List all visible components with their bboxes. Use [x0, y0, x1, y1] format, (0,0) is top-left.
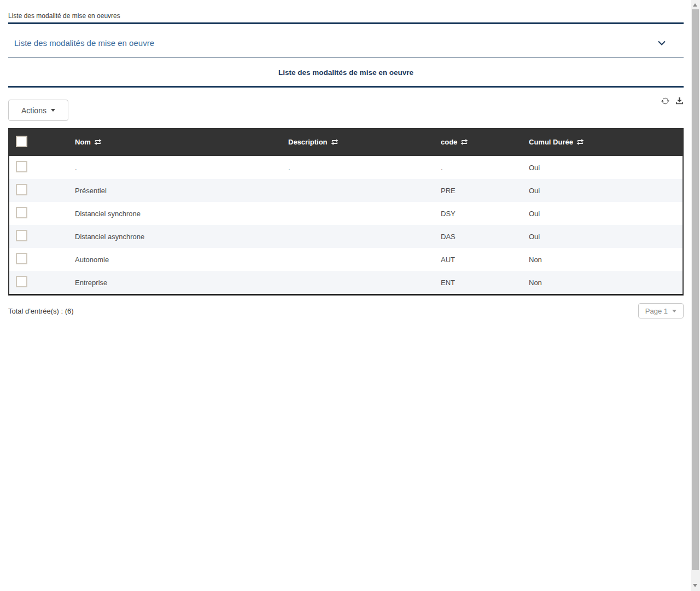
download-icon[interactable]	[675, 97, 684, 105]
select-row-checkbox[interactable]	[16, 184, 27, 195]
scrollbar-thumb[interactable]	[692, 9, 699, 570]
select-row-checkbox[interactable]	[16, 207, 27, 218]
panel-title: Liste des modalités de mise en oeuvre	[14, 38, 154, 48]
sort-icon	[460, 139, 468, 145]
panel-collapse-header[interactable]: Liste des modalités de mise en oeuvre	[8, 24, 684, 57]
column-header-cumul-duree[interactable]: Cumul Durée	[521, 138, 682, 146]
scroll-down-arrow-icon[interactable]	[693, 584, 697, 587]
cell-cumul-duree: Oui	[521, 210, 682, 218]
table-row[interactable]: Entreprise ENT Non	[9, 271, 682, 294]
cell-cumul-duree: Oui	[521, 233, 682, 241]
caret-down-icon	[51, 109, 55, 112]
table-row[interactable]: Distanciel synchrone DSY Oui	[9, 202, 682, 225]
column-header-nom[interactable]: Nom	[67, 138, 280, 146]
select-row-checkbox[interactable]	[16, 276, 27, 287]
sort-icon	[576, 139, 584, 145]
select-row-checkbox[interactable]	[16, 161, 27, 172]
table-row[interactable]: . . . Oui	[9, 156, 682, 179]
cell-cumul-duree: Oui	[521, 164, 682, 172]
modalities-table: Nom Description code	[8, 128, 684, 296]
cell-code: DSY	[433, 210, 521, 218]
breadcrumb: Liste des modalité de mise en oeuvres	[8, 0, 684, 24]
cell-code: ENT	[433, 279, 521, 287]
select-row-checkbox[interactable]	[16, 253, 27, 264]
cell-nom: Distanciel asynchrone	[67, 233, 280, 241]
page-label: Page 1	[645, 307, 668, 315]
sort-icon	[331, 139, 339, 145]
column-header-description[interactable]: Description	[280, 138, 433, 146]
cell-nom: Entreprise	[67, 279, 280, 287]
cell-nom: Distanciel synchrone	[67, 210, 280, 218]
cell-cumul-duree: Oui	[521, 187, 682, 195]
total-entries-label: Total d'entrée(s) : (6)	[8, 307, 74, 315]
chevron-down-icon[interactable]	[658, 40, 666, 45]
toolbar: Actions	[8, 100, 684, 121]
vertical-scrollbar[interactable]	[691, 0, 700, 591]
select-all-cell	[9, 136, 67, 149]
table-row[interactable]: Présentiel PRE Oui	[9, 179, 682, 202]
select-row-checkbox[interactable]	[16, 230, 27, 241]
table-row[interactable]: Autonomie AUT Non	[9, 248, 682, 271]
cell-code: PRE	[433, 187, 521, 195]
table-footer: Total d'entrée(s) : (6) Page 1	[8, 303, 684, 318]
cell-cumul-duree: Non	[521, 256, 682, 264]
sort-icon	[94, 139, 102, 145]
cell-nom: Présentiel	[67, 187, 280, 195]
cell-code: DAS	[433, 233, 521, 241]
table-title: Liste des modalités de mise en oeuvre	[8, 57, 684, 88]
table-tools	[661, 97, 684, 105]
column-header-code[interactable]: code	[433, 138, 521, 146]
actions-label: Actions	[21, 106, 46, 115]
page-selector-button[interactable]: Page 1	[638, 303, 684, 318]
actions-dropdown-button[interactable]: Actions	[8, 100, 68, 121]
main-content: Liste des modalité de mise en oeuvres Li…	[8, 0, 684, 318]
select-all-checkbox[interactable]	[16, 136, 27, 147]
cell-description: .	[280, 164, 433, 172]
cell-nom: .	[67, 164, 280, 172]
cell-cumul-duree: Non	[521, 279, 682, 287]
table-row[interactable]: Distanciel asynchrone DAS Oui	[9, 225, 682, 248]
table-header-row: Nom Description code	[9, 128, 682, 156]
cell-nom: Autonomie	[67, 256, 280, 264]
breadcrumb-label: Liste des modalité de mise en oeuvres	[8, 12, 120, 20]
cell-code: .	[433, 164, 521, 172]
caret-down-icon	[672, 310, 676, 312]
table-body: . . . Oui Présentiel PRE Oui Distanciel …	[9, 156, 682, 294]
cell-code: AUT	[433, 256, 521, 264]
scroll-up-arrow-icon[interactable]	[693, 3, 697, 7]
refresh-icon[interactable]	[661, 97, 669, 105]
